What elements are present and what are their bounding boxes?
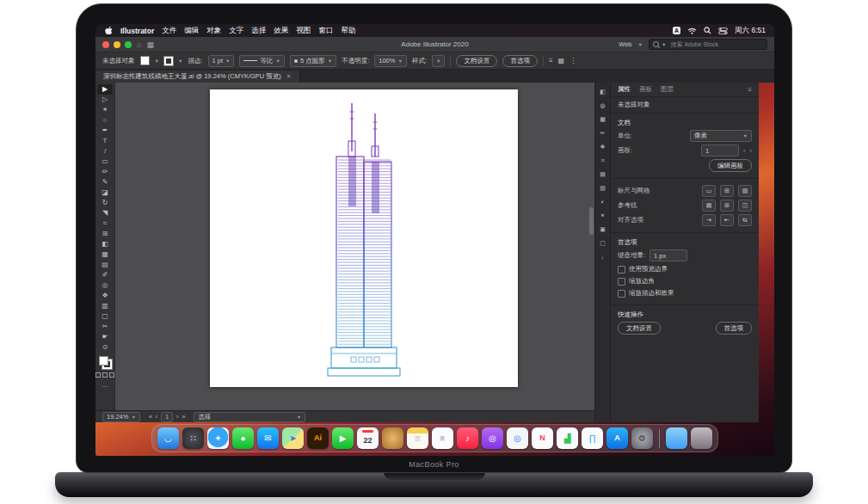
rotate-tool[interactable]: ↻ [97,198,113,208]
menu-object[interactable]: 对象 [206,26,221,36]
next-icon[interactable]: › [750,147,753,155]
control-center-icon[interactable] [718,28,728,34]
gradient-panel-icon[interactable]: ▤ [597,169,608,179]
downloads-folder-dock-icon[interactable] [666,427,687,449]
previous-icon[interactable]: ‹ [743,147,746,155]
style-select[interactable]: ▼ [432,55,445,67]
fill-color-swatch[interactable] [99,356,108,366]
find-my-dock-icon[interactable]: ◎ [507,427,528,449]
menubar-app-name[interactable]: Illustrator [120,27,154,35]
column-graph-tool[interactable]: ▥ [97,301,113,311]
apple-logo-icon[interactable] [104,26,113,35]
magic-wand-tool[interactable]: ✶ [97,105,113,115]
layers-panel-icon[interactable]: ▣ [597,224,608,234]
wifi-icon[interactable] [687,28,697,34]
zoom-level-select[interactable]: 19.24%▼ [102,412,140,422]
transparency-grid-icon[interactable]: ▨ [738,185,752,197]
artboard-count-field[interactable]: 1 [701,144,739,157]
slice-tool[interactable]: ✂ [97,322,113,332]
trash-dock-icon[interactable] [691,427,712,449]
snap-to-grid-icon[interactable]: ⇥ [702,214,716,226]
symbol-sprayer-tool[interactable]: ❖ [97,291,113,301]
arrange-grid-icon[interactable]: ▦ [558,57,565,65]
line-segment-tool[interactable]: / [97,146,113,157]
menu-select[interactable]: 选择 [251,26,266,36]
lock-guides-icon[interactable]: ⊞ [720,200,734,212]
show-rulers-icon[interactable]: ▭ [702,185,716,197]
keynote-dock-icon[interactable]: ∏ [582,427,603,449]
eraser-tool[interactable]: ◪ [97,187,113,198]
close-tab-icon[interactable]: ✕ [286,73,292,80]
artboard[interactable] [210,89,518,387]
first-artboard-icon[interactable]: « [149,414,152,420]
direct-selection-tool[interactable]: ▷ [97,95,113,105]
artboards-panel-icon[interactable]: ▢ [597,238,608,248]
system-preferences-dock-icon[interactable]: ⚙ [631,427,653,449]
draw-normal-mode-icon[interactable] [95,372,101,378]
tab-properties[interactable]: 属性 [618,85,631,94]
edit-toolbar-icon[interactable]: … [102,381,108,389]
spotlight-search-icon[interactable] [704,27,711,34]
hand-tool[interactable]: ☛ [97,332,113,342]
podcasts-dock-icon[interactable]: ◎ [482,427,503,449]
tab-layers[interactable]: 图层 [661,85,674,94]
search-input[interactable] [668,40,763,48]
workspace-switcher[interactable]: Web [619,40,631,48]
show-grid-icon[interactable]: ⊞ [720,185,734,197]
safari-dock-icon[interactable]: ✦ [207,427,229,449]
previous-artboard-icon[interactable]: ‹ [156,414,157,420]
mesh-tool[interactable]: ▦ [97,249,113,260]
appearance-panel-icon[interactable]: ◐ [597,197,608,206]
maps-dock-icon[interactable]: ➤ [282,427,304,449]
canvas[interactable] [115,83,594,410]
numbers-dock-icon[interactable]: ▟ [557,427,578,449]
free-transform-tool[interactable]: ⊞ [97,229,113,239]
input-source-icon[interactable]: A [673,27,680,34]
brushes-panel-icon[interactable]: ✏ [597,128,608,138]
width-tool[interactable]: ≈ [97,218,113,229]
status-tool-display[interactable]: 选择▼ [194,412,305,422]
quick-document-setup-button[interactable]: 文档设置 [618,322,661,335]
zoom-tool[interactable]: ⊙ [97,342,113,353]
music-dock-icon[interactable]: ♪ [457,427,478,449]
news-dock-icon[interactable]: N [532,427,553,449]
mail-dock-icon[interactable]: ✉ [257,427,279,449]
more-options-icon[interactable]: ⋮ [569,57,576,65]
app-store-dock-icon[interactable]: A [606,427,628,449]
align-icon[interactable]: ≡ [549,57,553,65]
draw-inside-mode-icon[interactable] [109,372,114,378]
layout-grid-icon[interactable]: ▦ [146,40,154,49]
color-panel-icon[interactable]: ◧ [597,87,608,96]
shape-builder-tool[interactable]: ◧ [97,239,113,249]
swatches-panel-icon[interactable]: ▦ [597,114,608,124]
edit-artboards-button[interactable]: 编辑画板 [709,159,752,172]
snap-to-pixel-icon[interactable]: ⇤ [720,214,734,226]
menu-help[interactable]: 帮助 [341,26,355,36]
home-icon[interactable]: ⌂ [137,40,141,49]
quick-preferences-button[interactable]: 首选项 [716,322,753,335]
stroke-panel-icon[interactable]: ≡ [597,156,608,165]
show-guides-icon[interactable]: ▤ [702,200,716,212]
scale-tool[interactable]: ◥ [97,208,113,218]
artboard-number-field[interactable]: 1 [161,412,173,422]
tab-artboards[interactable]: 画板 [639,85,652,94]
panel-menu-icon[interactable]: ≡ [748,86,752,94]
document-tab[interactable]: 深圳标志性建筑线稿地王大厦.ai @ 19.24% (CMYK/GPU 预览) … [95,71,300,83]
symbols-panel-icon[interactable]: ❖ [597,142,608,151]
selection-tool[interactable]: ▶ [97,84,113,95]
make-guides-icon[interactable]: ◫ [738,200,752,212]
menu-edit[interactable]: 编辑 [184,26,199,36]
menubar-clock[interactable]: 周六 6:51 [735,26,766,36]
menu-file[interactable]: 文件 [162,26,176,36]
menu-view[interactable]: 视图 [296,26,311,36]
asset-export-panel-icon[interactable]: ↓ [597,252,608,261]
graphic-styles-panel-icon[interactable]: ✶ [597,211,608,220]
minimize-button[interactable] [114,41,120,48]
width-profile-select[interactable]: 等比▼ [239,55,284,67]
finder-dock-icon[interactable]: ◡ [157,427,179,449]
illustrator-dock-icon[interactable]: Ai [307,427,329,449]
stroke-swatch[interactable] [164,57,173,65]
transparency-panel-icon[interactable]: ▨ [597,183,608,193]
preferences-button[interactable]: 首选项 [502,55,538,67]
lasso-tool[interactable]: ○ [97,115,113,126]
